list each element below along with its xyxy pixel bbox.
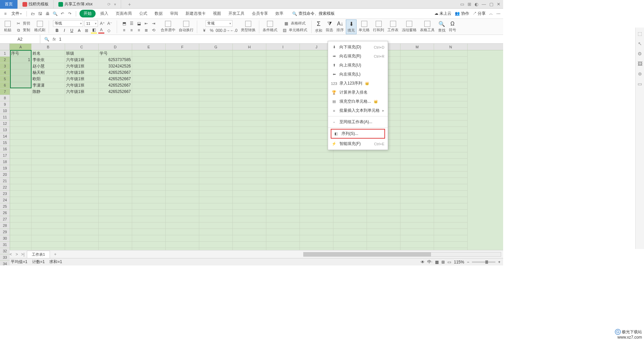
cell[interactable] — [199, 235, 233, 242]
cell[interactable] — [99, 229, 132, 235]
row-header-18[interactable]: 18 — [0, 159, 10, 165]
cell[interactable] — [32, 159, 65, 165]
cell[interactable] — [266, 82, 300, 89]
cell[interactable] — [333, 210, 367, 216]
copy-button[interactable]: 复制 — [23, 28, 30, 33]
cell[interactable] — [32, 152, 65, 159]
cell[interactable] — [132, 57, 166, 63]
cell[interactable] — [65, 108, 99, 114]
cell[interactable] — [65, 222, 99, 229]
cell[interactable] — [434, 63, 468, 69]
cell[interactable] — [333, 191, 367, 197]
cell[interactable] — [166, 69, 199, 76]
cell[interactable] — [199, 210, 233, 216]
cell[interactable] — [233, 140, 266, 146]
dec-dec-icon[interactable]: ←.0 — [231, 28, 237, 34]
cell[interactable] — [32, 101, 65, 108]
cell[interactable] — [266, 57, 300, 63]
find-button[interactable]: 🔍查找 — [437, 19, 447, 34]
cell[interactable] — [132, 69, 166, 76]
cell[interactable] — [400, 120, 434, 127]
cell[interactable] — [300, 197, 333, 203]
cell[interactable] — [233, 76, 266, 82]
cell[interactable] — [434, 76, 468, 82]
cell[interactable] — [233, 114, 266, 120]
more-icon[interactable]: ⋯ — [496, 11, 500, 16]
avatar-icon[interactable]: ◐ — [475, 2, 478, 7]
cell[interactable] — [99, 210, 132, 216]
orientation-icon[interactable]: ⟲ — [151, 27, 157, 33]
cell[interactable] — [132, 63, 166, 69]
cell[interactable] — [400, 165, 434, 171]
cell[interactable] — [65, 178, 99, 184]
print-icon[interactable]: 🖶 — [45, 11, 50, 16]
cell[interactable] — [333, 184, 367, 191]
cell[interactable] — [65, 184, 99, 191]
cell[interactable] — [333, 159, 367, 165]
file-menu[interactable]: 文件▾ — [10, 10, 23, 17]
cell[interactable] — [367, 203, 400, 210]
cell[interactable] — [233, 133, 266, 140]
cell[interactable] — [367, 152, 400, 159]
cell[interactable] — [166, 229, 199, 235]
cell[interactable] — [434, 95, 468, 101]
number-format-combo[interactable]: 常规 — [206, 20, 232, 27]
cell[interactable] — [333, 165, 367, 171]
cell[interactable] — [266, 191, 300, 197]
row-header-13[interactable]: 13 — [0, 127, 10, 133]
cell[interactable] — [266, 146, 300, 152]
cellstyle-icon[interactable]: ▤ — [281, 27, 287, 33]
search-fx-icon[interactable]: 🔍 — [44, 37, 49, 42]
cell[interactable] — [266, 216, 300, 222]
indent-inc-icon[interactable]: ⇥ — [151, 20, 157, 27]
cell[interactable] — [65, 140, 99, 146]
cell[interactable] — [166, 140, 199, 146]
cell[interactable] — [65, 95, 99, 101]
row-header-28[interactable]: 28 — [0, 222, 10, 229]
col-header-H[interactable]: H — [233, 44, 266, 50]
cell[interactable] — [400, 159, 434, 165]
cell[interactable] — [132, 159, 166, 165]
cell[interactable] — [10, 216, 32, 222]
fill-menu-item-7[interactable]: ≡批量插入文本到单元格▸ — [328, 106, 388, 115]
cell[interactable] — [233, 50, 266, 57]
sheet-button[interactable]: 工作表 — [386, 19, 400, 34]
cell[interactable] — [132, 210, 166, 216]
cell[interactable] — [132, 242, 166, 248]
cell[interactable] — [300, 171, 333, 178]
cell[interactable] — [400, 216, 434, 222]
cell[interactable] — [367, 165, 400, 171]
cell[interactable] — [233, 159, 266, 165]
view-eye-icon[interactable]: 👁 — [421, 260, 425, 264]
cell[interactable] — [266, 127, 300, 133]
cell[interactable] — [266, 89, 300, 95]
row-header-15[interactable]: 15 — [0, 140, 10, 146]
cell[interactable] — [266, 95, 300, 101]
cell[interactable] — [99, 178, 132, 184]
cell[interactable]: 4265252667 — [99, 69, 132, 76]
cell[interactable] — [233, 165, 266, 171]
cell[interactable] — [32, 140, 65, 146]
cell[interactable] — [300, 216, 333, 222]
cloud-status[interactable]: ☁ 未上云 — [434, 11, 451, 16]
cell[interactable] — [266, 152, 300, 159]
cell[interactable]: 六年级1班 — [65, 57, 99, 63]
col-header-E[interactable]: E — [132, 44, 166, 50]
cell[interactable] — [266, 222, 300, 229]
share-button[interactable]: ↗ 分享 — [473, 11, 486, 16]
cell[interactable] — [132, 229, 166, 235]
cell[interactable] — [400, 82, 434, 89]
cell[interactable] — [233, 222, 266, 229]
cell[interactable] — [199, 133, 233, 140]
cell[interactable] — [10, 184, 32, 191]
cell[interactable] — [400, 203, 434, 210]
cell[interactable] — [266, 178, 300, 184]
cell[interactable] — [32, 197, 65, 203]
cell[interactable] — [10, 89, 32, 95]
cell[interactable] — [300, 159, 333, 165]
cell[interactable] — [166, 127, 199, 133]
row-header-4[interactable]: 4 — [0, 69, 10, 76]
cell[interactable] — [132, 140, 166, 146]
cell[interactable] — [333, 248, 367, 250]
cell[interactable] — [266, 210, 300, 216]
